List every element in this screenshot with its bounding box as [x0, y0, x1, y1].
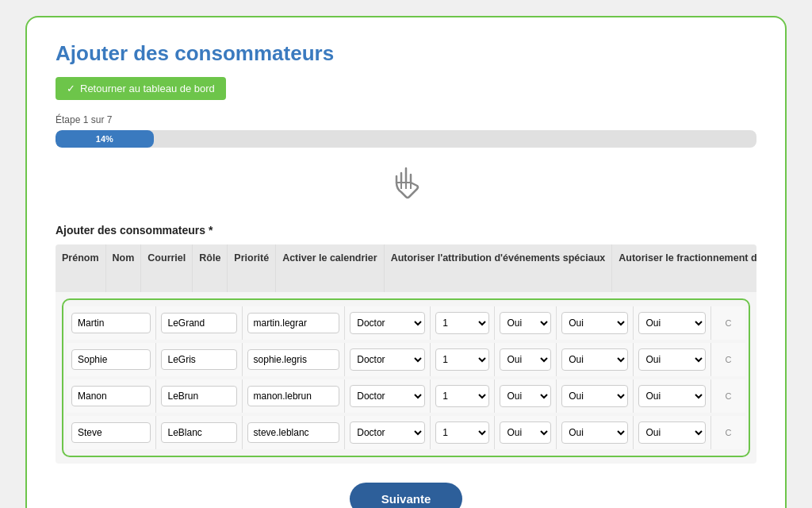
cell-calendrier: Oui Non [495, 416, 557, 449]
progress-label: 14% [96, 134, 113, 144]
priorite-select[interactable]: 1 2 3 [435, 421, 489, 444]
table-row: Doctor 1 2 3 Oui Non Oui Non [67, 416, 745, 449]
priorite-select[interactable]: 1 2 3 [435, 385, 489, 407]
cell-role: Doctor [345, 416, 431, 449]
cell-extra: C [711, 379, 745, 413]
table-row: Doctor 1 2 3 Oui Non Oui Non [67, 379, 745, 413]
cell-prenom [67, 306, 156, 340]
role-select[interactable]: Doctor [350, 348, 425, 371]
calendrier-select[interactable]: Oui Non [500, 348, 551, 371]
page-title: Ajouter des consommateurs [56, 41, 756, 66]
prenom-input[interactable] [71, 349, 151, 370]
cell-priorite: 1 2 3 [431, 379, 495, 413]
cell-nom [156, 416, 242, 449]
cell-courriel [243, 379, 346, 413]
cell-role: Doctor [345, 379, 431, 413]
cell-fractionnement: Oui Non [634, 306, 710, 340]
cell-prenom [67, 416, 156, 449]
highlighted-rows-container: Doctor 1 2 3 Oui Non Oui Non [62, 298, 750, 457]
section-title: Ajouter des consommateurs * [56, 224, 756, 237]
courriel-input[interactable] [247, 349, 340, 370]
cell-attribution: Oui Non [557, 306, 634, 340]
cell-courriel [243, 416, 346, 449]
cell-role: Doctor [345, 343, 431, 376]
nom-input[interactable] [161, 422, 236, 443]
check-icon: ✓ [67, 83, 75, 94]
cell-fractionnement: Oui Non [634, 379, 710, 413]
cell-fractionnement: Oui Non [634, 343, 710, 376]
cell-courriel [243, 306, 346, 340]
cell-priorite: 1 2 3 [431, 416, 495, 449]
fractionnement-select[interactable]: Oui Non [638, 312, 705, 334]
cell-nom [156, 343, 242, 376]
hand-cursor-icon [56, 167, 756, 208]
cell-attribution: Oui Non [557, 343, 634, 376]
cell-role: Doctor [345, 306, 431, 340]
cell-attribution: Oui Non [557, 379, 634, 413]
prenom-input[interactable] [71, 422, 151, 443]
table-row: Doctor 1 2 3 Oui Non Oui Non [67, 343, 745, 376]
nom-input[interactable] [161, 349, 236, 370]
courriel-input[interactable] [247, 313, 340, 333]
calendrier-select[interactable]: Oui Non [500, 421, 551, 444]
calendrier-select[interactable]: Oui Non [500, 385, 551, 407]
cell-extra: C [711, 416, 745, 449]
role-select[interactable]: Doctor [350, 312, 425, 334]
back-button[interactable]: ✓ Retourner au tableau de bord [56, 77, 226, 100]
th-role: Rôle [193, 244, 228, 292]
progress-fill: 14% [56, 130, 154, 148]
table-row: Doctor 1 2 3 Oui Non Oui Non [67, 306, 745, 340]
courriel-input[interactable] [247, 422, 340, 443]
courriel-input[interactable] [247, 386, 340, 406]
attribution-select[interactable]: Oui Non [561, 312, 628, 334]
nom-input[interactable] [161, 313, 236, 333]
th-attribution: Autoriser l'attribution d'événements spé… [384, 244, 612, 292]
cell-courriel [243, 343, 346, 376]
consumers-table-header: Prénom Nom Courriel Rôle Priorité [56, 244, 756, 292]
attribution-select[interactable]: Oui Non [561, 421, 628, 444]
attribution-select[interactable]: Oui Non [561, 348, 628, 371]
role-select[interactable]: Doctor [350, 385, 425, 407]
cell-calendrier: Oui Non [495, 343, 557, 376]
next-button[interactable]: Suivante [350, 483, 463, 508]
calendrier-select[interactable]: Oui Non [500, 312, 551, 334]
th-courriel: Courriel [141, 244, 193, 292]
cell-prenom [67, 343, 156, 376]
rows-table: Doctor 1 2 3 Oui Non Oui Non [67, 303, 745, 452]
cell-calendrier: Oui Non [495, 379, 557, 413]
th-priorite: Priorité [228, 244, 276, 292]
step-label: Étape 1 sur 7 [56, 114, 756, 125]
fractionnement-select[interactable]: Oui Non [638, 348, 705, 371]
th-prenom: Prénom [56, 244, 105, 292]
cell-nom [156, 306, 242, 340]
cell-attribution: Oui Non [557, 416, 634, 449]
role-select[interactable]: Doctor [350, 421, 425, 444]
cell-priorite: 1 2 3 [431, 343, 495, 376]
attribution-select[interactable]: Oui Non [561, 385, 628, 407]
cell-extra: C [711, 343, 745, 376]
cell-priorite: 1 2 3 [431, 306, 495, 340]
th-nom: Nom [105, 244, 141, 292]
cell-calendrier: Oui Non [495, 306, 557, 340]
th-calendrier: Activer le calendrier [276, 244, 385, 292]
prenom-input[interactable] [71, 386, 151, 406]
consumers-table-wrapper: Prénom Nom Courriel Rôle Priorité [56, 244, 756, 464]
fractionnement-select[interactable]: Oui Non [638, 385, 705, 407]
prenom-input[interactable] [71, 313, 151, 333]
cell-nom [156, 379, 242, 413]
cell-prenom [67, 379, 156, 413]
cell-extra: C [711, 306, 745, 340]
cell-fractionnement: Oui Non [634, 416, 710, 449]
fractionnement-select[interactable]: Oui Non [638, 421, 705, 444]
nom-input[interactable] [161, 386, 236, 406]
main-card: Ajouter des consommateurs ✓ Retourner au… [25, 16, 787, 508]
priorite-select[interactable]: 1 2 3 [435, 348, 489, 371]
th-fractionnement: Autoriser le fractionnement d'événements [612, 244, 756, 292]
priorite-select[interactable]: 1 2 3 [435, 312, 489, 334]
progress-bar: 14% [56, 130, 756, 148]
